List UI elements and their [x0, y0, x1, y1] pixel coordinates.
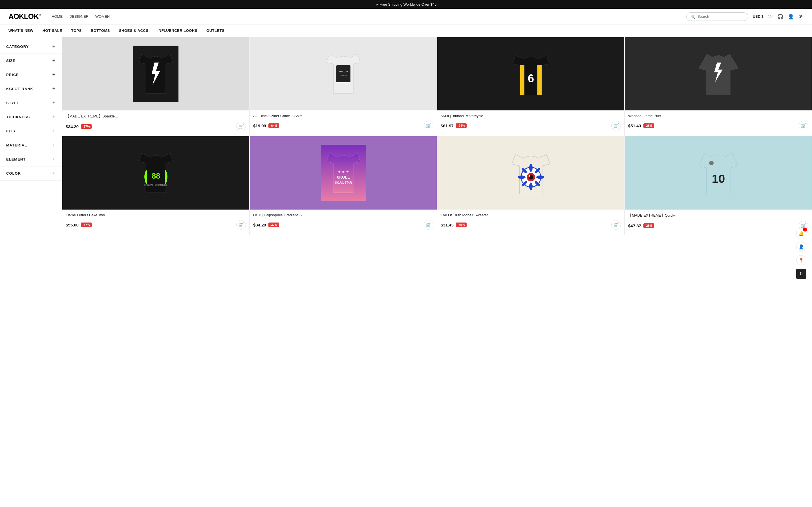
product-footer-6: $34.29 -37% 🛒	[250, 220, 437, 230]
expand-style-icon: +	[52, 100, 56, 106]
catnav-hot-sale[interactable]: HOT SALE	[43, 29, 62, 33]
add-to-cart-3[interactable]: 🛒	[611, 121, 621, 130]
expand-material-icon: +	[52, 142, 56, 148]
catnav-influencer-looks[interactable]: INFLUENCER LOOKS	[157, 29, 197, 33]
svg-text:GRAPHIC: GRAPHIC	[339, 74, 348, 76]
expand-category-icon: +	[52, 44, 56, 50]
main-layout: CATEGORY + SIZE + PRICE + KCLOT RANK + S…	[0, 37, 812, 499]
sidebar-item-fits[interactable]: FITS +	[0, 124, 62, 138]
product-image-7	[437, 136, 624, 210]
product-price-2: $19.99	[253, 123, 266, 128]
catnav-shoes-accs[interactable]: SHOES & ACCS	[119, 29, 148, 33]
account-icon[interactable]: 👤	[788, 13, 794, 20]
sidebar-item-color[interactable]: COLOR +	[0, 166, 62, 180]
svg-point-19	[529, 164, 532, 172]
nav-designer[interactable]: DESIGNER	[69, 14, 89, 18]
products-grid: 【MADE EXTREME】Sparkle... $34.29 -37% 🛒	[62, 37, 812, 235]
product-card-4[interactable]: Washed Flame Print... $51.43 -28% 🛒	[624, 37, 812, 136]
product-image-8: 10	[625, 136, 812, 210]
product-card-6[interactable]: ★ ★ ★ 6KULL SKULL STAR 6Kull | Gypsophil…	[250, 136, 437, 235]
cart-icon[interactable]: 🛍	[799, 13, 804, 19]
product-image-4	[625, 37, 812, 110]
add-to-cart-4[interactable]: 🛒	[799, 121, 808, 130]
product-card-7[interactable]: Eye Of Truth Mohair Sweater $31.43 -39% …	[437, 136, 624, 235]
price-row-8: $47.87 -28%	[628, 223, 654, 228]
svg-point-20	[529, 182, 532, 190]
floating-notification-btn[interactable]: 🔔 1	[796, 228, 806, 238]
floating-profile-btn[interactable]: 👤	[796, 242, 806, 252]
product-img-svg-8: 10	[696, 145, 741, 201]
discount-badge-7: -39%	[456, 223, 467, 227]
logo[interactable]: AOKLOK®	[8, 12, 40, 21]
svg-rect-2	[336, 65, 350, 82]
add-to-cart-1[interactable]: 🛒	[236, 122, 246, 131]
discount-badge-5: -37%	[81, 223, 92, 227]
product-card-1[interactable]: 【MADE EXTREME】Sparkle... $34.29 -37% 🛒	[62, 37, 250, 136]
product-name-5: Flame Letters Fake Two...	[62, 213, 249, 217]
add-to-cart-7[interactable]: 🛒	[611, 220, 621, 230]
catnav-tops[interactable]: TOPS	[71, 29, 82, 33]
svg-text:★ ★ ★: ★ ★ ★	[338, 170, 349, 174]
svg-point-21	[518, 175, 525, 179]
currency-selector[interactable]: USD $	[753, 14, 763, 18]
product-price-4: $51.43	[628, 123, 641, 128]
product-img-svg-2: AOKLOK GRAPHIC	[321, 46, 366, 102]
sidebar-item-category[interactable]: CATEGORY +	[0, 40, 62, 54]
price-row-5: $55.00 -37%	[66, 223, 92, 227]
header-right: 🔍 USD $ ♡ 🎧 👤 🛍	[686, 12, 804, 21]
product-name-6: 6Kull | Gypsophila Gradient T-...	[250, 213, 437, 217]
discount-badge-2: -64%	[268, 123, 279, 128]
add-to-cart-5[interactable]: 🛒	[236, 220, 246, 230]
product-image-3: 6	[437, 37, 624, 110]
product-card-5[interactable]: 88 MCCANN BROTHERS Flame Letters Fake Tw…	[62, 136, 250, 235]
product-name-3: 6Kull |Thunder Motorcycle...	[437, 114, 624, 118]
product-price-8: $47.87	[628, 223, 641, 228]
product-price-1: $34.29	[66, 124, 79, 129]
headset-icon[interactable]: 🎧	[777, 13, 783, 20]
floating-dark-btn[interactable]: 0	[796, 269, 806, 279]
svg-text:6KULL: 6KULL	[337, 175, 350, 179]
sidebar-item-element[interactable]: ELEMENT +	[0, 152, 62, 166]
sidebar-item-kclot-rank[interactable]: KCLOT RANK +	[0, 82, 62, 96]
product-img-svg-4	[696, 46, 741, 102]
add-to-cart-2[interactable]: 🛒	[424, 121, 434, 130]
price-row-6: $34.29 -37%	[253, 223, 279, 227]
product-price-5: $55.00	[66, 223, 79, 227]
expand-fits-icon: +	[52, 128, 56, 134]
product-footer-7: $31.43 -39% 🛒	[437, 220, 624, 230]
catnav-bottoms[interactable]: BOTTOMS	[91, 29, 110, 33]
category-nav: WHAT'S NEW HOT SALE TOPS BOTTOMS SHOES &…	[0, 24, 812, 37]
product-card-2[interactable]: AOKLOK GRAPHIC AG Black Cyber Crime T-Sh…	[250, 37, 437, 136]
nav-women[interactable]: WOMEN	[95, 14, 110, 18]
svg-rect-7	[538, 65, 542, 95]
svg-text:88: 88	[151, 172, 160, 180]
top-banner: ✈ Free Shipping Worldwide Over $45	[0, 0, 812, 9]
add-to-cart-6[interactable]: 🛒	[424, 220, 434, 230]
search-bar[interactable]: 🔍	[686, 12, 748, 21]
nav-home[interactable]: HOME	[52, 14, 63, 18]
sidebar-item-thickness[interactable]: THICKNESS +	[0, 110, 62, 124]
product-card-8[interactable]: 10 【MADE EXTREME】Quick-... $47.87 -28% 🛒	[624, 136, 812, 235]
product-footer-5: $55.00 -37% 🛒	[62, 220, 249, 230]
expand-thickness-icon: +	[52, 114, 56, 120]
product-card-3[interactable]: 6 6Kull |Thunder Motorcycle... $61.97 -2…	[437, 37, 624, 136]
catnav-outlets[interactable]: OUTLETS	[206, 29, 224, 33]
sidebar-item-price[interactable]: PRICE +	[0, 68, 62, 82]
wishlist-icon[interactable]: ♡	[768, 13, 772, 20]
product-name-2: AG Black Cyber Crime T-Shirt	[250, 114, 437, 118]
sidebar-item-style[interactable]: STYLE +	[0, 96, 62, 110]
search-input[interactable]	[698, 14, 744, 18]
main-nav: HOME DESIGNER WOMEN	[52, 14, 680, 18]
product-name-1: 【MADE EXTREME】Sparkle...	[62, 114, 249, 119]
product-img-svg-6: ★ ★ ★ 6KULL SKULL STAR	[321, 145, 366, 201]
floating-location-btn[interactable]: 📍	[796, 255, 806, 265]
svg-rect-6	[520, 65, 524, 95]
sidebar-item-material[interactable]: MATERIAL +	[0, 138, 62, 152]
sidebar-item-size[interactable]: SIZE +	[0, 54, 62, 68]
product-img-svg-1	[133, 46, 179, 102]
expand-element-icon: +	[52, 156, 56, 162]
catnav-whats-new[interactable]: WHAT'S NEW	[8, 29, 34, 33]
price-row-2: $19.99 -64%	[253, 123, 279, 128]
floating-actions: 🔔 1 👤 📍 0	[796, 228, 806, 279]
sidebar: CATEGORY + SIZE + PRICE + KCLOT RANK + S…	[0, 37, 62, 499]
